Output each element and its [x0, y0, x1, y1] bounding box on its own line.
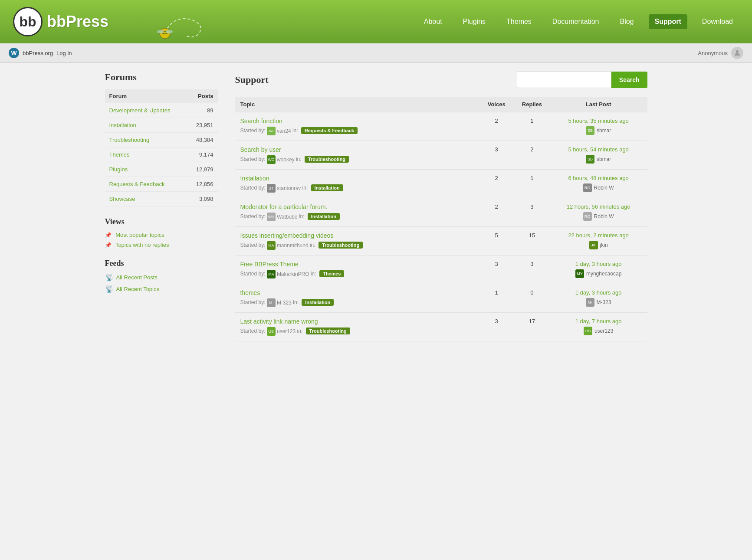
feed-icon-2: 📡	[105, 285, 114, 293]
login-link[interactable]: Log in	[56, 50, 72, 56]
starter-link[interactable]: wookey	[277, 157, 295, 163]
page-title: Support	[235, 74, 269, 85]
replies-cell: 0	[514, 284, 550, 313]
header-decoration	[122, 2, 208, 41]
forum-link[interactable]: Showcase	[109, 196, 135, 202]
replies-cell: 2	[514, 141, 550, 170]
no-replies-link[interactable]: Topics with no replies	[115, 242, 169, 248]
forum-link[interactable]: Themes	[109, 151, 130, 158]
most-popular-link[interactable]: Most popular topics	[115, 232, 164, 238]
recent-posts-link[interactable]: All Recent Posts	[116, 274, 158, 281]
starter-link[interactable]: mannmithund	[277, 242, 309, 249]
topic-cell: Issues inserting/embedding videos Starte…	[235, 227, 479, 255]
forum-name-cell: Troubleshooting	[105, 133, 187, 147]
lastpost-user: MY mynghecaocap	[555, 269, 642, 278]
lastpost-user-link[interactable]: Robin W	[594, 185, 614, 191]
lastpost-user-link[interactable]: sbmar	[597, 156, 611, 162]
category-tag[interactable]: Installation	[308, 213, 340, 220]
search-input[interactable]	[516, 72, 611, 88]
lastpost-user-link[interactable]: sbmar	[597, 128, 611, 134]
logo[interactable]: bb bbPress	[13, 7, 108, 36]
forum-link[interactable]: Troubleshooting	[109, 137, 150, 143]
recent-topics-link[interactable]: All Recent Topics	[116, 286, 159, 292]
replies-cell: 3	[514, 198, 550, 227]
site-name-link[interactable]: bbPress.org	[23, 50, 53, 56]
lastpost-avatar: US	[584, 327, 592, 335]
forum-posts-cell: 3,098	[187, 192, 217, 206]
starter-link[interactable]: M-323	[277, 300, 292, 306]
topic-meta: Started by: WA Watbube in: Installation	[240, 213, 340, 219]
topic-title-link[interactable]: Moderator for a particular forum.	[240, 203, 474, 210]
lastpost-user-link[interactable]: M-323	[597, 299, 611, 305]
starter-link[interactable]: MakarkinPRO	[277, 271, 309, 277]
nav-plugins[interactable]: Plugins	[457, 14, 492, 29]
user-avatar	[731, 47, 743, 59]
content-header: Support Search	[235, 72, 647, 88]
topic-title-link[interactable]: Search by user	[240, 146, 474, 153]
starter-link[interactable]: van24	[277, 128, 291, 134]
topic-row: Installation Started by: ST stantonrsv i…	[235, 170, 647, 198]
forum-posts-cell: 12,856	[187, 177, 217, 192]
lastpost-avatar: RO	[583, 212, 592, 221]
starter-link[interactable]: Watbube	[277, 214, 298, 220]
view-no-replies: Topics with no replies	[105, 242, 218, 248]
search-bar: Search	[516, 72, 647, 88]
nav-blog[interactable]: Blog	[614, 14, 640, 29]
lastpost-user: RO Robin W	[555, 212, 642, 221]
lastpost-user-link[interactable]: Robin W	[594, 213, 614, 219]
lastpost-time: 1 day, 3 hours ago	[555, 289, 642, 296]
topic-title-link[interactable]: Installation	[240, 175, 474, 182]
nav-documentation[interactable]: Documentation	[546, 14, 605, 29]
starter-link[interactable]: user123	[277, 328, 296, 334]
category-tag[interactable]: Troubleshooting	[305, 156, 349, 163]
topic-cell: Free BBPress Theme Started by: MA Makark…	[235, 255, 479, 284]
starter-avatar: WA	[267, 213, 276, 221]
nav-about[interactable]: About	[418, 14, 448, 29]
category-tag[interactable]: Themes	[319, 270, 345, 277]
replies-cell: 3	[514, 255, 550, 284]
lastpost-time: 1 day, 3 hours ago	[555, 261, 642, 267]
nav-download[interactable]: Download	[696, 14, 739, 29]
topic-meta: Started by: WO wookey in: Troubleshootin…	[240, 156, 349, 162]
category-tag[interactable]: Requests & Feedback	[301, 127, 358, 134]
lastpost-cell: 1 day, 3 hours ago M- M-323	[550, 284, 647, 313]
nav-support[interactable]: Support	[649, 14, 687, 29]
starter-avatar: M-	[267, 298, 276, 307]
topic-title-link[interactable]: themes	[240, 289, 474, 296]
topic-title-link[interactable]: Free BBPress Theme	[240, 261, 474, 268]
forum-link[interactable]: Installation	[109, 122, 136, 128]
topic-title-link[interactable]: Issues inserting/embedding videos	[240, 232, 474, 239]
category-tag[interactable]: Installation	[302, 299, 334, 306]
starter-link[interactable]: stantonrsv	[277, 185, 301, 191]
lastpost-cell: 5 hours, 54 minutes ago SB sbmar	[550, 141, 647, 170]
lastpost-cell: 6 hours, 48 minutes ago RO Robin W	[550, 170, 647, 198]
topic-cell: Last activity link name wrong Started by…	[235, 313, 479, 341]
topic-title-link[interactable]: Last activity link name wrong	[240, 318, 474, 325]
category-tag[interactable]: Installation	[311, 184, 343, 191]
lastpost-user-link[interactable]: user123	[594, 328, 613, 334]
forum-name-cell: Showcase	[105, 192, 187, 206]
forum-link[interactable]: Requests & Feedback	[109, 181, 165, 187]
lastpost-avatar: SB	[586, 155, 594, 164]
forum-row: Troubleshooting 48,384	[105, 133, 218, 147]
lastpost-user-link[interactable]: mynghecaocap	[586, 271, 621, 277]
lastpost-user-link[interactable]: jkin	[600, 242, 608, 248]
wordpress-logo: W	[9, 48, 19, 58]
lastpost-cell: 12 hours, 56 minutes ago RO Robin W	[550, 198, 647, 227]
category-tag[interactable]: Troubleshooting	[306, 327, 350, 334]
forum-link[interactable]: Development & Updates	[109, 107, 171, 114]
category-tag[interactable]: Troubleshooting	[319, 242, 363, 249]
search-button[interactable]: Search	[611, 72, 647, 88]
forum-posts-cell: 89	[187, 103, 217, 118]
feed-recent-topics: 📡 All Recent Topics	[105, 285, 218, 293]
topic-title-link[interactable]: Search function	[240, 118, 474, 124]
forum-name-cell: Development & Updates	[105, 103, 187, 118]
forum-link[interactable]: Plugins	[109, 166, 128, 173]
replies-cell: 15	[514, 227, 550, 255]
sidebar: Forums Forum Posts Development & Updates…	[105, 72, 227, 341]
view-most-popular: Most popular topics	[105, 232, 218, 238]
starter-avatar: VA	[267, 127, 276, 135]
nav-themes[interactable]: Themes	[500, 14, 538, 29]
posts-col-header: Posts	[187, 89, 217, 103]
topic-meta: Started by: VA van24 in: Requests & Feed…	[240, 128, 358, 134]
